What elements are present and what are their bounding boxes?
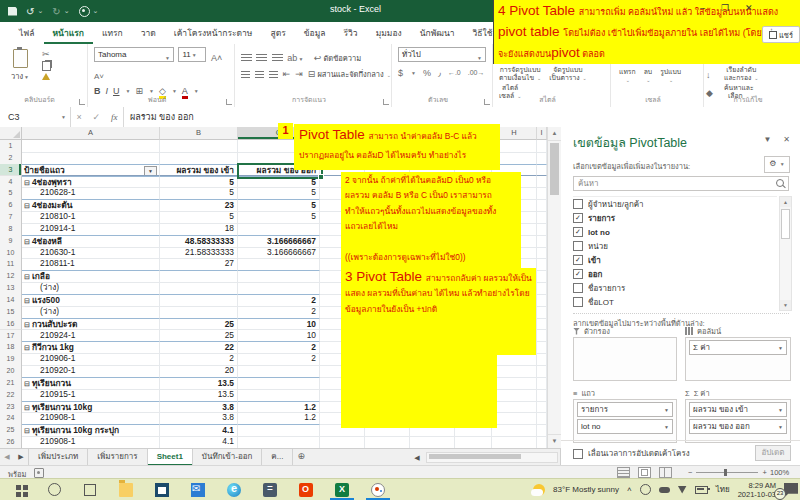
wrap-text-button[interactable]: ↩ ตัดข้อความ: [314, 54, 361, 63]
taskbar-office-icon[interactable]: [288, 479, 324, 500]
scroll-left-icon[interactable]: ◀: [410, 450, 424, 466]
field-item-ออก[interactable]: ✓ออก: [573, 267, 777, 281]
taskbar-store-icon[interactable]: [144, 479, 180, 500]
align-right-icon[interactable]: [269, 70, 278, 78]
insert-cells-button[interactable]: แทรก⌄: [615, 68, 640, 84]
cell-C26[interactable]: [238, 436, 320, 448]
cell-empty[interactable]: [320, 436, 365, 448]
collapse-icon[interactable]: ⊟: [24, 179, 30, 186]
cell-empty[interactable]: [492, 436, 537, 448]
customize-qat-icon[interactable]: ⌄: [93, 7, 99, 15]
macro-record-icon[interactable]: [34, 468, 44, 478]
rows-area[interactable]: รายการ▼lot no▼: [573, 399, 677, 443]
taskbar-search-icon[interactable]: [36, 479, 72, 500]
sort-filter-button[interactable]: เรียงลำดับและกรอง ⌄: [720, 66, 762, 82]
taskbar-edge-icon[interactable]: [216, 479, 252, 500]
taskbar-task-view-icon[interactable]: [72, 479, 108, 500]
align-top-icon[interactable]: [241, 53, 252, 61]
field-item-รายการ[interactable]: ✓รายการ: [573, 211, 777, 225]
align-bottom-icon[interactable]: [272, 53, 283, 61]
field-checkbox[interactable]: [573, 283, 583, 293]
clock[interactable]: 8:29 AM2021-10-03: [738, 481, 776, 499]
format-as-table-button[interactable]: จัดรูปแบบเป็นตาราง ⌄: [545, 66, 590, 82]
insert-function-icon[interactable]: fx: [111, 112, 118, 122]
collapse-icon[interactable]: ⊟: [24, 297, 30, 304]
number-dialog-launcher[interactable]: [484, 99, 490, 105]
name-box[interactable]: C3▼: [0, 107, 71, 127]
paste-button[interactable]: วาง▼: [7, 49, 33, 82]
alignment-dialog-launcher[interactable]: [383, 99, 389, 105]
scroll-up-icon[interactable]: ▲: [548, 127, 561, 141]
scrollbar-thumb[interactable]: [781, 209, 790, 239]
new-sheet-icon[interactable]: ⊕: [293, 449, 309, 466]
copy-icon[interactable]: [42, 61, 51, 71]
field-item-lot no[interactable]: ✓lot no: [573, 225, 777, 239]
field-checkbox[interactable]: ✓: [573, 255, 583, 265]
weather-text[interactable]: 83°F Mostly sunny: [553, 485, 619, 494]
pane-options-icon[interactable]: ▼: [763, 135, 771, 144]
area-chip-Σ ค่า[interactable]: Σ ค่า▼: [689, 340, 787, 355]
field-list-scrollbar[interactable]: ▲ ▼: [779, 196, 792, 311]
cut-icon[interactable]: ✂: [42, 49, 51, 59]
wifi-icon[interactable]: [678, 486, 687, 494]
scroll-down-icon[interactable]: ▼: [780, 300, 791, 310]
zoom-level[interactable]: 100%: [770, 468, 789, 477]
increase-indent-icon[interactable]: ⇥: [295, 69, 303, 79]
sheet-tab-Sheet1[interactable]: Sheet1: [148, 449, 193, 466]
field-checkbox[interactable]: ✓: [573, 213, 583, 223]
ribbon-tab-มุมมอง[interactable]: มุมมอง: [367, 21, 411, 45]
font-name-select[interactable]: Tahoma ▼: [94, 47, 174, 62]
collapse-icon[interactable]: ⊟: [24, 344, 30, 351]
confirm-entry-icon[interactable]: ✓: [93, 112, 101, 122]
defer-update-checkbox[interactable]: [573, 449, 583, 459]
collapse-icon[interactable]: ⊟: [24, 404, 30, 411]
delete-cells-button[interactable]: ลบ⌄: [640, 68, 656, 84]
merge-center-button[interactable]: ⊟ ผสานและจัดกึ่งกลาง ⌄: [308, 68, 391, 80]
ribbon-tab-สูตร[interactable]: สูตร: [261, 21, 294, 45]
taskbar-file-explorer-icon[interactable]: [108, 479, 144, 500]
cell-A26[interactable]: 210908-1: [22, 436, 160, 448]
field-item-หน่วย[interactable]: หน่วย: [573, 239, 777, 253]
ribbon-tab-วาด[interactable]: วาด: [132, 21, 165, 45]
zoom-out-icon[interactable]: −: [688, 468, 692, 477]
sheet-tab-เพิ่มประเภท[interactable]: เพิ่มประเภท: [28, 449, 88, 466]
font-size-select[interactable]: 11▼: [178, 47, 206, 62]
undo-icon[interactable]: ↺: [26, 6, 34, 17]
scroll-down-icon[interactable]: ▼: [548, 434, 561, 448]
notification-center-icon[interactable]: [784, 483, 798, 497]
filters-area[interactable]: [573, 337, 677, 381]
taskbar-excel-icon[interactable]: [324, 479, 360, 500]
increase-decimal-icon[interactable]: ←.0: [448, 68, 461, 78]
area-chip-lot no[interactable]: lot no▼: [577, 419, 673, 434]
scrollbar-thumb[interactable]: [429, 454, 521, 459]
clipboard-dialog-launcher[interactable]: [79, 99, 85, 105]
decrease-decimal-icon[interactable]: .00→: [468, 68, 485, 78]
sheet-tab-ค...[interactable]: ค...: [262, 449, 293, 466]
language-indicator[interactable]: ไทย: [716, 483, 730, 496]
ribbon-tab-นักพัฒนา[interactable]: นักพัฒนา: [411, 21, 464, 45]
field-checkbox[interactable]: [573, 297, 583, 307]
ribbon-tab-รีวิว[interactable]: รีวิว: [335, 21, 367, 45]
save-icon[interactable]: [8, 7, 17, 16]
ribbon-tab-เค้าโครงหน้ากระดาษ[interactable]: เค้าโครงหน้ากระดาษ: [165, 21, 262, 45]
sheet-nav-right-icon[interactable]: ▶: [14, 449, 28, 466]
hidden-icons-chevron-icon[interactable]: ˄: [627, 485, 632, 494]
field-checkbox[interactable]: ✓: [573, 227, 583, 237]
pane-close-icon[interactable]: ✕: [783, 135, 790, 144]
cell-empty[interactable]: [410, 436, 455, 448]
collapse-icon[interactable]: ⊟: [24, 202, 30, 209]
percent-icon[interactable]: %: [423, 68, 431, 78]
number-format-select[interactable]: ทั่วไป▼: [398, 47, 486, 62]
grow-font-icon[interactable]: A˄: [211, 53, 222, 63]
collapse-icon[interactable]: ⊟: [24, 427, 30, 434]
fill-down-icon[interactable]: ↓: [706, 70, 711, 80]
field-checkbox[interactable]: [573, 241, 583, 251]
sheet-tab-เพิ่มรายการ[interactable]: เพิ่มรายการ: [88, 449, 147, 466]
zoom-slider[interactable]: [724, 469, 727, 476]
decrease-indent-icon[interactable]: ⇤: [283, 69, 291, 79]
field-item-ชื่อLOT[interactable]: ชื่อLOT: [573, 295, 777, 309]
column-header-B[interactable]: B: [160, 127, 238, 140]
update-button[interactable]: อัปเดต: [755, 445, 791, 461]
page-break-view-icon[interactable]: [659, 467, 672, 478]
sheet-nav-left-icon[interactable]: ◀: [0, 449, 14, 466]
